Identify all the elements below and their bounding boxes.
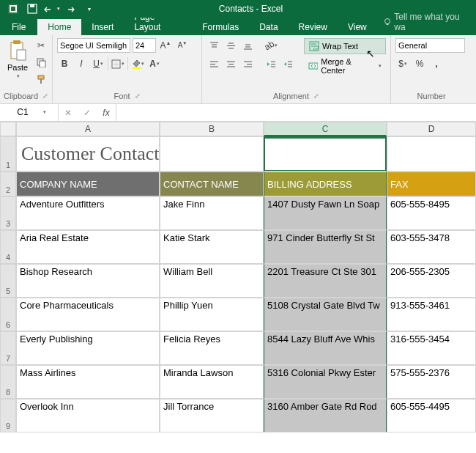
- cell-c9[interactable]: 3160 Amber Gate Rd Rod: [264, 399, 387, 432]
- cell-a6[interactable]: Core Pharmaceuticals: [16, 298, 160, 331]
- increase-indent-button[interactable]: [280, 56, 295, 71]
- cell-a4[interactable]: Aria Real Estate: [16, 230, 160, 264]
- redo-icon[interactable]: [62, 1, 79, 17]
- font-name-combo[interactable]: [57, 38, 130, 53]
- tab-formulas[interactable]: Formulas: [192, 19, 249, 35]
- cell-b8[interactable]: Miranda Lawson: [160, 365, 264, 399]
- cell-a7[interactable]: Everly Publishing: [16, 331, 160, 365]
- row-header-7[interactable]: 7: [0, 331, 16, 365]
- enter-formula-button[interactable]: ✓: [78, 104, 97, 122]
- insert-function-button[interactable]: fx: [97, 104, 116, 122]
- cell-b1[interactable]: [160, 136, 264, 172]
- cell-d4[interactable]: 603-555-3478: [387, 230, 476, 264]
- excel-icon[interactable]: [4, 1, 22, 17]
- cell-d3[interactable]: 605-555-8495: [387, 196, 476, 230]
- cell-d9[interactable]: 605-555-4495: [387, 399, 476, 432]
- cell-b4[interactable]: Katie Stark: [160, 230, 264, 264]
- col-header-b[interactable]: B: [160, 122, 264, 136]
- customize-qat-icon[interactable]: ▾: [81, 1, 98, 17]
- cell-a1-title[interactable]: Customer Contact List: [16, 136, 160, 172]
- decrease-indent-button[interactable]: [264, 56, 278, 71]
- accounting-format-button[interactable]: $▾: [395, 56, 410, 71]
- decrease-font-button[interactable]: A▼: [175, 38, 190, 53]
- cell-d6[interactable]: 913-555-3461: [387, 298, 476, 331]
- row-header-6[interactable]: 6: [0, 298, 16, 331]
- col-header-d[interactable]: D: [387, 122, 476, 136]
- row-header-4[interactable]: 4: [0, 230, 16, 264]
- cell-d5[interactable]: 206-555-2305: [387, 264, 476, 298]
- cell-d8[interactable]: 575-555-2376: [387, 365, 476, 399]
- paste-button[interactable]: Paste ▾: [4, 38, 31, 81]
- borders-button[interactable]: ▾: [111, 56, 125, 71]
- cell-b6[interactable]: Phillip Yuen: [160, 298, 264, 331]
- cell-b3[interactable]: Jake Finn: [160, 196, 264, 230]
- header-fax[interactable]: FAX: [387, 172, 476, 196]
- col-header-c[interactable]: C: [264, 122, 387, 136]
- tell-me-search[interactable]: Tell me what you wa: [377, 9, 476, 35]
- tab-file[interactable]: File: [0, 19, 37, 35]
- tab-review[interactable]: Review: [289, 19, 338, 35]
- font-color-button[interactable]: A▾: [147, 56, 162, 71]
- align-left-button[interactable]: [207, 56, 221, 71]
- cell-b5[interactable]: William Bell: [160, 264, 264, 298]
- cell-c1[interactable]: [264, 136, 387, 172]
- number-format-combo[interactable]: [395, 38, 465, 53]
- col-header-a[interactable]: A: [16, 122, 160, 136]
- row-header-3[interactable]: 3: [0, 196, 16, 230]
- cell-a8[interactable]: Mass Airlines: [16, 365, 160, 399]
- tab-insert[interactable]: Insert: [81, 19, 124, 35]
- cell-a9[interactable]: Overlook Inn: [16, 399, 160, 432]
- clipboard-launcher[interactable]: ⤢: [42, 92, 48, 100]
- font-launcher[interactable]: ⤢: [135, 92, 141, 100]
- row-header-5[interactable]: 5: [0, 264, 16, 298]
- percent-format-button[interactable]: %: [412, 56, 427, 71]
- cell-c4[interactable]: 971 Cinder Butterfly St St: [264, 230, 387, 264]
- undo-icon[interactable]: ▾: [42, 1, 60, 17]
- cancel-formula-button[interactable]: ✕: [59, 104, 78, 122]
- bold-button[interactable]: B: [57, 56, 72, 71]
- name-box-input[interactable]: [3, 107, 42, 117]
- cell-b7[interactable]: Felicia Reyes: [160, 331, 264, 365]
- align-center-button[interactable]: [223, 56, 238, 71]
- merge-center-button[interactable]: Merge & Center ▾: [304, 58, 386, 74]
- tab-view[interactable]: View: [338, 19, 377, 35]
- row-header-9[interactable]: 9: [0, 399, 16, 432]
- alignment-launcher[interactable]: ⤢: [313, 92, 319, 100]
- cell-d7[interactable]: 316-555-3454: [387, 331, 476, 365]
- select-all-corner[interactable]: [0, 122, 16, 136]
- fill-color-button[interactable]: ▾: [130, 56, 145, 71]
- cell-c3[interactable]: 1407 Dusty Fawn Ln Soap: [264, 196, 387, 230]
- align-bottom-button[interactable]: [240, 38, 255, 53]
- cell-a3[interactable]: Adventure Outfitters: [16, 196, 160, 230]
- align-middle-button[interactable]: [223, 38, 238, 53]
- header-billing[interactable]: BILLING ADDRESS: [264, 172, 387, 196]
- font-size-combo[interactable]: [133, 38, 156, 53]
- row-header-2[interactable]: 2: [0, 172, 16, 196]
- cell-c5[interactable]: 2201 Treasure Ct Ste 301: [264, 264, 387, 298]
- header-company[interactable]: COMPANY NAME: [16, 172, 160, 196]
- tab-data[interactable]: Data: [249, 19, 288, 35]
- align-right-button[interactable]: [240, 56, 255, 71]
- cell-d1[interactable]: [387, 136, 476, 172]
- cell-c8[interactable]: 5316 Colonial Pkwy Ester: [264, 365, 387, 399]
- cell-b9[interactable]: Jill Torrance: [160, 399, 264, 432]
- comma-format-button[interactable]: ,: [429, 56, 444, 71]
- wrap-text-button[interactable]: Wrap Text ↖: [304, 38, 386, 54]
- format-painter-button[interactable]: [34, 72, 48, 86]
- save-icon[interactable]: [23, 1, 41, 17]
- header-contact[interactable]: CONTACT NAME: [160, 172, 264, 196]
- underline-button[interactable]: U▾: [91, 56, 105, 71]
- row-header-8[interactable]: 8: [0, 365, 16, 399]
- formula-input[interactable]: [116, 105, 476, 121]
- name-box[interactable]: ▾: [0, 104, 59, 122]
- copy-button[interactable]: [34, 55, 48, 70]
- orientation-button[interactable]: ab▾: [264, 38, 278, 53]
- align-top-button[interactable]: [207, 38, 221, 53]
- italic-button[interactable]: I: [74, 56, 89, 71]
- cell-c7[interactable]: 8544 Lazy Bluff Ave Whis: [264, 331, 387, 365]
- cell-c6[interactable]: 5108 Crystal Gate Blvd Tw: [264, 298, 387, 331]
- increase-font-button[interactable]: A▲: [158, 38, 173, 53]
- tab-home[interactable]: Home: [37, 19, 81, 35]
- cell-a5[interactable]: Bishop Research: [16, 264, 160, 298]
- row-header-1[interactable]: 1: [0, 136, 16, 172]
